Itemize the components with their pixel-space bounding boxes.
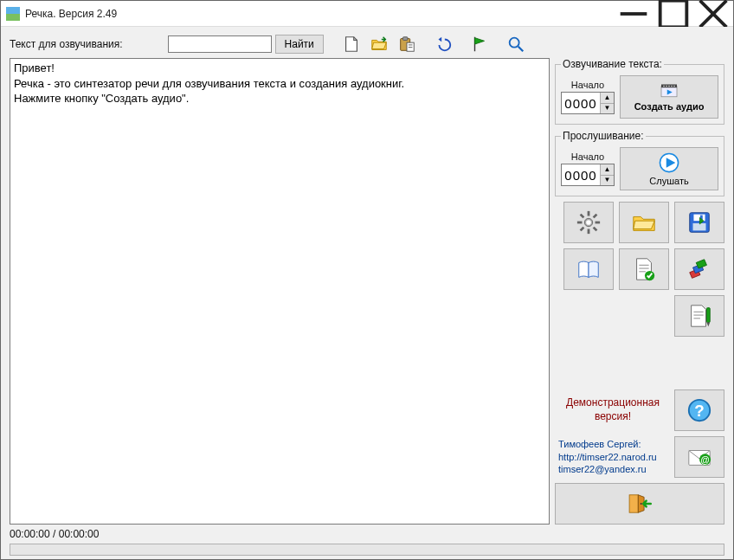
svg-line-11 bbox=[518, 47, 524, 52]
svg-point-17 bbox=[671, 86, 673, 87]
svg-line-25 bbox=[581, 215, 584, 218]
find-button[interactable]: Найти bbox=[275, 35, 324, 54]
books-icon bbox=[686, 256, 712, 282]
svg-point-48 bbox=[641, 503, 642, 505]
maximize-button[interactable] bbox=[654, 1, 693, 26]
demo-text: Демонстрационная версия! bbox=[555, 396, 671, 423]
contact-row: Тимофеев Сергей: http://timser22.narod.r… bbox=[555, 436, 724, 478]
create-start-value[interactable] bbox=[562, 93, 600, 113]
svg-rect-5 bbox=[402, 37, 408, 41]
svg-point-18 bbox=[673, 86, 675, 87]
right-panel: Озвучивание текста: Начало ▲ ▼ bbox=[555, 58, 724, 525]
middle-area: Озвучивание текста: Начало ▲ ▼ bbox=[10, 58, 724, 525]
create-start-spinner[interactable]: ▲ ▼ bbox=[561, 92, 615, 114]
demo-row: Демонстрационная версия! ? bbox=[555, 389, 724, 431]
email-button[interactable]: @ bbox=[674, 436, 724, 478]
undo-icon[interactable] bbox=[431, 34, 455, 55]
svg-point-16 bbox=[668, 86, 670, 87]
spin-down-icon[interactable]: ▼ bbox=[601, 104, 614, 114]
toolbar: Текст для озвучивания: Найти bbox=[10, 32, 724, 56]
svg-point-10 bbox=[509, 38, 518, 48]
gear-icon bbox=[576, 209, 602, 235]
open-button[interactable] bbox=[619, 202, 669, 243]
svg-line-28 bbox=[581, 228, 584, 231]
svg-point-29 bbox=[586, 220, 591, 225]
group-listen-legend: Прослушивание: bbox=[561, 130, 646, 142]
listen-start-spinner[interactable]: ▲ ▼ bbox=[561, 164, 615, 186]
listen-start-value[interactable] bbox=[562, 164, 600, 185]
svg-line-26 bbox=[594, 228, 597, 231]
listen-button-label: Слушать bbox=[649, 176, 688, 186]
new-doc-icon[interactable] bbox=[339, 34, 364, 55]
main-textarea[interactable] bbox=[10, 58, 550, 525]
time-display: 00:00:00 / 00:00:00 bbox=[10, 528, 724, 540]
help-icon: ? bbox=[686, 397, 712, 423]
edit-row bbox=[555, 295, 724, 337]
spin-down-icon[interactable]: ▼ bbox=[601, 176, 614, 186]
icon-grid-1 bbox=[555, 202, 724, 290]
svg-rect-41 bbox=[706, 308, 710, 323]
exit-door-icon bbox=[625, 489, 654, 518]
search-input[interactable] bbox=[168, 35, 272, 53]
group-create-audio: Озвучивание текста: Начало ▲ ▼ bbox=[555, 58, 724, 125]
paste-icon[interactable] bbox=[395, 34, 419, 55]
listen-start-block: Начало ▲ ▼ bbox=[561, 151, 615, 186]
floppy-save-icon bbox=[686, 209, 712, 235]
close-button[interactable] bbox=[693, 1, 733, 26]
minimize-button[interactable] bbox=[614, 1, 654, 26]
open-folder-icon[interactable] bbox=[367, 34, 391, 55]
listen-button[interactable]: Слушать bbox=[620, 147, 718, 190]
settings-button[interactable] bbox=[563, 202, 614, 243]
svg-text:@: @ bbox=[701, 455, 710, 465]
editor-wrap bbox=[10, 58, 550, 525]
client-area: Текст для озвучивания: Найти bbox=[1, 27, 733, 559]
search-icon[interactable] bbox=[504, 34, 528, 55]
create-audio-button-label: Создать аудио bbox=[634, 101, 705, 112]
edit-doc-button[interactable] bbox=[674, 295, 724, 337]
group-create-audio-legend: Озвучивание текста: bbox=[561, 58, 664, 70]
create-audio-button[interactable]: Создать аудио bbox=[620, 75, 718, 119]
contact-text: Тимофеев Сергей: http://timser22.narod.r… bbox=[555, 438, 671, 477]
status-area: 00:00:00 / 00:00:00 bbox=[10, 528, 724, 556]
doc-pen-icon bbox=[686, 303, 712, 329]
spin-up-icon[interactable]: ▲ bbox=[601, 93, 614, 104]
svg-point-14 bbox=[663, 86, 665, 87]
exit-button[interactable] bbox=[555, 483, 724, 525]
svg-point-15 bbox=[666, 86, 667, 87]
doc-check-button[interactable] bbox=[619, 248, 669, 290]
create-start-block: Начало ▲ ▼ bbox=[561, 80, 615, 114]
contact-url[interactable]: http://timser22.narod.ru bbox=[558, 451, 671, 464]
doc-check-icon bbox=[631, 256, 657, 282]
open-book-icon bbox=[576, 256, 602, 282]
group-listen: Прослушивание: Начало ▲ ▼ bbox=[555, 130, 724, 196]
svg-rect-1 bbox=[660, 0, 687, 27]
app-window: Речка. Версия 2.49 Текст для озвучивания… bbox=[0, 0, 734, 560]
editor-label: Текст для озвучивания: bbox=[10, 38, 123, 50]
svg-text:?: ? bbox=[694, 402, 704, 420]
flag-icon[interactable] bbox=[467, 34, 492, 55]
listen-start-label: Начало bbox=[571, 151, 604, 162]
dictionary-button[interactable] bbox=[563, 248, 614, 290]
svg-line-27 bbox=[594, 215, 597, 218]
envelope-at-icon: @ bbox=[686, 444, 712, 470]
app-icon bbox=[6, 7, 20, 21]
contact-email[interactable]: timser22@yandex.ru bbox=[558, 463, 671, 476]
create-start-label: Начало bbox=[571, 80, 604, 90]
folder-icon bbox=[631, 209, 657, 235]
titlebar: Речка. Версия 2.49 bbox=[1, 1, 733, 27]
window-controls bbox=[614, 1, 733, 26]
save-button[interactable] bbox=[674, 202, 724, 243]
progress-bar bbox=[10, 544, 724, 556]
svg-rect-47 bbox=[629, 495, 638, 512]
contact-name: Тимофеев Сергей: bbox=[558, 438, 671, 451]
help-button[interactable]: ? bbox=[674, 389, 724, 431]
spin-up-icon[interactable]: ▲ bbox=[601, 164, 614, 176]
window-title: Речка. Версия 2.49 bbox=[25, 8, 614, 20]
library-button[interactable] bbox=[674, 248, 724, 290]
